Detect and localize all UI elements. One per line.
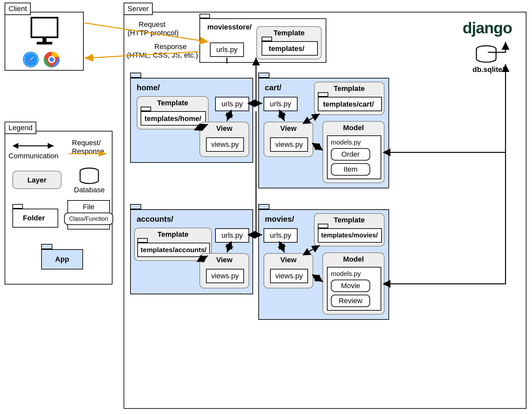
monitor-icon — [29, 16, 61, 48]
movies-view-label: View — [264, 256, 313, 264]
movies-model-file: models.py — [331, 270, 361, 278]
diagram-canvas: Client Server django — [0, 0, 532, 414]
legend-folder-sample: Folder — [12, 209, 58, 228]
cart-template-layer: Template templates/cart/ — [314, 82, 385, 115]
accounts-template-folder: templates/accounts/ — [137, 243, 210, 257]
svg-point-9 — [49, 57, 54, 62]
app-cart: cart/ urls.py Template templates/cart/ V… — [258, 78, 389, 188]
app-cart-name: cart/ — [265, 83, 282, 92]
legend-app-sample: App — [41, 249, 83, 269]
project-folder: moviesstore/ urls.py Template templates/ — [199, 18, 326, 63]
movies-template-layer: Template templates/movies/ — [314, 213, 385, 247]
movies-model-class-review: Review — [331, 295, 370, 307]
django-logo: django — [463, 19, 512, 37]
cart-model-label: Model — [323, 124, 384, 132]
legend-db: Database — [74, 186, 105, 194]
client-box: Client — [5, 12, 84, 71]
response-label-l2: (HTML, CSS, JS, etc.) — [127, 51, 198, 60]
app-movies-name: movies/ — [265, 215, 294, 224]
home-template-label: Template — [137, 99, 208, 107]
legend-file-sample: File Class/Function — [67, 200, 110, 230]
folder-tab-icon — [12, 204, 23, 209]
safari-icon — [22, 51, 39, 68]
movies-model-label: Model — [323, 255, 384, 264]
cart-model-file-box: models.py Order Item — [327, 135, 381, 179]
home-template-folder: templates/home/ — [141, 111, 206, 126]
cart-template-folder: templates/cart/ — [318, 97, 382, 111]
svg-rect-2 — [37, 42, 52, 44]
legend-app-text: App — [42, 255, 82, 264]
folder-tab-icon — [318, 92, 328, 97]
app-movies: movies/ urls.py Template templates/movie… — [258, 209, 389, 320]
legend-title: Legend — [5, 122, 36, 134]
cart-view-layer: View views.py — [264, 122, 313, 157]
app-accounts: accounts/ urls.py Template templates/acc… — [130, 209, 253, 294]
cart-template-label: Template — [315, 84, 384, 93]
app-home-name: home/ — [137, 83, 160, 92]
svg-rect-0 — [31, 18, 58, 37]
project-name: moviesstore/ — [207, 23, 252, 31]
request-label-l1: Request — [139, 20, 165, 29]
cart-view-file: views.py — [270, 137, 308, 152]
response-label-l1: Response — [154, 43, 187, 51]
cart-model-layer: Model models.py Order Item — [322, 121, 385, 183]
folder-tab-icon — [262, 37, 272, 41]
folder-tab-icon — [318, 224, 328, 228]
accounts-view-label: View — [200, 256, 249, 264]
server-title: Server — [124, 3, 153, 15]
movies-model-layer: Model models.py Movie Review — [322, 252, 385, 315]
double-arrow-icon — [11, 142, 57, 150]
db-label: db.sqlite3 — [472, 65, 506, 74]
cart-model-class-order: Order — [331, 148, 370, 161]
project-urls-file: urls.py — [210, 43, 244, 57]
movies-template-folder-label: templates/movies/ — [321, 232, 378, 239]
project-template-folder-label: templates/ — [269, 44, 304, 53]
movies-template-label: Template — [315, 216, 384, 224]
orange-arrow-icon — [67, 150, 110, 158]
movies-urls: urls.py — [264, 228, 298, 243]
legend-file-text: File — [83, 203, 94, 211]
home-urls: urls.py — [215, 97, 249, 111]
cart-template-folder-label: templates/cart/ — [323, 100, 374, 109]
cart-urls: urls.py — [264, 97, 298, 111]
database-icon — [78, 167, 100, 184]
folder-tab-icon — [141, 107, 151, 111]
app-home: home/ urls.py Template templates/home/ V… — [130, 78, 253, 163]
legend-folder-text: Folder — [23, 214, 45, 222]
folder-tab-icon — [137, 238, 148, 243]
home-view-file: views.py — [206, 137, 244, 152]
database-icon — [475, 45, 498, 63]
accounts-urls: urls.py — [215, 228, 249, 243]
movies-template-folder: templates/movies/ — [318, 228, 382, 243]
legend-box: Legend Communication Request/ Response L… — [5, 131, 112, 285]
movies-model-file-box: models.py Movie Review — [327, 267, 381, 311]
cart-view-label: View — [264, 124, 313, 133]
accounts-template-folder-label: templates/accounts/ — [141, 246, 207, 254]
legend-comm: Communication — [9, 152, 59, 160]
app-tab-icon — [258, 73, 269, 78]
legend-layer-text: Layer — [13, 176, 61, 184]
app-accounts-name: accounts/ — [137, 215, 173, 224]
home-template-folder-label: templates/home/ — [145, 114, 201, 123]
accounts-view-layer: View views.py — [199, 253, 249, 288]
project-template-layer: Template templates/ — [256, 26, 322, 60]
home-view-layer: View views.py — [199, 122, 249, 157]
accounts-view-file: views.py — [206, 269, 244, 283]
folder-tab-icon — [199, 14, 210, 18]
movies-model-class-movie: Movie — [331, 280, 370, 292]
app-tab-icon — [258, 204, 269, 209]
legend-classfn: Class/Function — [64, 213, 113, 225]
home-template-layer: Template templates/home/ — [137, 96, 209, 129]
movies-view-layer: View views.py — [264, 253, 313, 288]
app-tab-icon — [130, 204, 141, 209]
svg-rect-1 — [43, 38, 46, 42]
project-template-folder: templates/ — [262, 41, 318, 56]
cart-model-class-item: Item — [331, 163, 370, 176]
app-tab-icon — [41, 244, 52, 249]
legend-layer-sample: Layer — [12, 171, 61, 189]
project-template-label: Template — [257, 29, 321, 37]
request-label-l2: (HTTP protocol) — [128, 29, 179, 37]
movies-view-file: views.py — [270, 269, 308, 283]
accounts-template-label: Template — [135, 230, 211, 239]
app-tab-icon — [130, 73, 141, 78]
